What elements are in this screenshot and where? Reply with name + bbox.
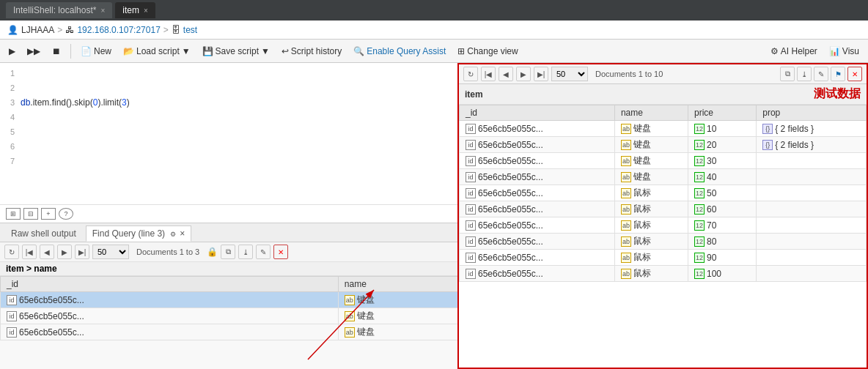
new-button[interactable]: 📄 New (76, 44, 116, 59)
page-size-select[interactable]: 50 100 (92, 245, 129, 259)
edit-button[interactable]: ✎ (256, 245, 271, 259)
stop-icon: ⏹ (52, 46, 61, 56)
rp-flag-button[interactable]: ⚑ (831, 67, 845, 81)
rp-col-header-name[interactable]: name (614, 105, 688, 121)
id-icon: id (466, 253, 476, 263)
icon-box-1[interactable]: ⊞ (6, 208, 21, 220)
stop-button[interactable]: ⏹ (48, 44, 65, 59)
rp-results-table: _id name price prop id65e6cb5e055c...ab键… (459, 105, 867, 282)
rp-last-page-button[interactable]: ▶| (534, 67, 548, 81)
num-icon: 12 (694, 188, 705, 198)
last-page-button[interactable]: ▶| (75, 245, 89, 259)
new-icon: 📄 (81, 46, 92, 56)
first-page-button[interactable]: |◀ (22, 245, 37, 259)
run-step-button[interactable]: ▶▶ (23, 44, 45, 59)
query-assist-label: Enable Query Assist (367, 46, 446, 56)
tab-raw-shell[interactable]: Raw shell output (4, 225, 83, 242)
rp-first-page-button[interactable]: |◀ (481, 67, 496, 81)
table-row[interactable]: id65e6cb5e055c...ab键盘1230 (460, 153, 867, 169)
id-icon: id (466, 140, 476, 150)
change-view-button[interactable]: ⊞ Change view (453, 44, 522, 59)
next-page-button[interactable]: ▶ (57, 245, 72, 259)
lock-icon: 🔒 (207, 247, 218, 257)
save-script-button[interactable]: 💾 Save script ▼ (198, 44, 274, 59)
id-icon: id (466, 236, 476, 247)
num-icon: 12 (694, 253, 705, 263)
user-icon: 👤 (7, 25, 18, 35)
breadcrumb-bar: 👤 LJHAAA > 🖧 192.168.0.107:27017 > 🗄 tes… (0, 20, 868, 40)
prev-page-button[interactable]: ◀ (40, 245, 54, 259)
main-content: 1 2 3 db.item.find().skip(0).limit(3) 4 … (0, 63, 868, 369)
table-row[interactable]: id65e6cb5e055c...ab键盘1240 (460, 169, 867, 185)
toolbar: ▶ ▶▶ ⏹ 📄 New 📂 Load script ▼ 💾 Save scri… (0, 40, 868, 63)
col-header-id[interactable]: _id (1, 277, 339, 292)
str-icon: ab (621, 220, 631, 231)
load-icon: 📂 (123, 46, 134, 56)
str-icon: ab (345, 295, 355, 305)
line-num-5: 5 (0, 127, 21, 136)
tab-find-query[interactable]: Find Query (line 3) ⚙ × (86, 225, 192, 242)
refresh-button[interactable]: ↻ (4, 245, 19, 259)
id-icon: id (466, 156, 476, 166)
ai-helper-button[interactable]: ⚙ AI Helper (766, 44, 822, 59)
table-row[interactable]: id65e6cb5e055c...ab鼠标1280 (460, 234, 867, 250)
rp-doc-count: Documents 1 to 10 (595, 70, 663, 78)
script-history-button[interactable]: ↩ Script history (277, 44, 346, 59)
str-icon: ab (621, 253, 631, 263)
table-row[interactable]: id65e6cb5e055c...ab鼠标1270 (460, 217, 867, 234)
line-content-3: db.item.find().skip(0).limit(3) (21, 97, 130, 108)
visu-button[interactable]: 📊 Visu (825, 44, 864, 59)
icon-box-2[interactable]: ⊟ (23, 208, 38, 220)
export-button[interactable]: ⤓ (238, 245, 253, 259)
table-row[interactable]: id65e6cb5e055c...ab鼠标1250 (460, 185, 867, 201)
ai-helper-icon: ⚙ (770, 46, 779, 56)
table-row[interactable]: id65e6cb5e055c...ab鼠标12100 (460, 266, 867, 282)
tab-item[interactable]: item × (115, 2, 155, 18)
rp-prev-page-button[interactable]: ◀ (499, 67, 513, 81)
id-icon: id (466, 269, 476, 279)
tab-item-close[interactable]: × (144, 7, 148, 15)
str-icon: ab (345, 311, 355, 321)
rp-results-area[interactable]: _id name price prop id65e6cb5e055c...ab键… (459, 105, 867, 368)
rp-col-header-id[interactable]: _id (460, 105, 615, 121)
tab-raw-shell-label: Raw shell output (11, 228, 76, 239)
rp-edit-button[interactable]: ✎ (814, 67, 828, 81)
rp-next-page-button[interactable]: ▶ (516, 67, 531, 81)
str-icon: ab (621, 204, 631, 215)
doc-count: Documents 1 to 3 (136, 247, 199, 256)
tab-intellishell[interactable]: IntelliShell: localhost* × (6, 2, 112, 18)
num-icon: 12 (694, 236, 705, 247)
rp-export-button[interactable]: ⤓ (797, 67, 812, 81)
test-data-label: 测试数据 (814, 86, 861, 102)
enable-query-assist-button[interactable]: 🔍 Enable Query Assist (349, 44, 450, 59)
table-row[interactable]: id65e6cb5e055c...ab键盘1220{}{ 2 fields } (460, 137, 867, 153)
tab-intellishell-close[interactable]: × (100, 7, 105, 15)
run-button[interactable]: ▶ (4, 44, 20, 59)
rp-copy-button[interactable]: ⧉ (780, 67, 795, 81)
id-icon: id (466, 204, 476, 215)
table-row[interactable]: id65e6cb5e055c...ab鼠标1290 (460, 250, 867, 266)
icon-box-3[interactable]: + (41, 208, 56, 220)
load-script-button[interactable]: 📂 Load script ▼ (119, 44, 195, 59)
icon-box-help[interactable]: ? (59, 208, 73, 220)
breadcrumb-sep1: > (57, 25, 62, 35)
str-icon: ab (345, 327, 355, 338)
tab-find-query-close[interactable]: × (180, 228, 185, 239)
rp-col-header-prop[interactable]: prop (757, 105, 867, 121)
delete-button[interactable]: ✕ (273, 245, 288, 259)
num-icon: 12 (694, 172, 705, 182)
rp-delete-button[interactable]: ✕ (847, 67, 862, 81)
rp-col-header-price[interactable]: price (688, 105, 757, 121)
right-panel-toolbar: ↻ |◀ ◀ ▶ ▶| 50 100 Documents 1 to 10 ⧉ ⤓… (459, 64, 867, 84)
tab-strip: IntelliShell: localhost* × item × (6, 2, 155, 18)
rp-refresh-button[interactable]: ↻ (463, 67, 478, 81)
ai-helper-label: AI Helper (781, 46, 817, 56)
toolbar-right: ⚙ AI Helper 📊 Visu (766, 44, 864, 59)
line-num-4: 4 (0, 113, 21, 122)
breadcrumb-sep2: > (163, 25, 169, 35)
rp-page-size-select[interactable]: 50 100 (551, 67, 588, 81)
copy-button[interactable]: ⧉ (221, 245, 235, 259)
table-row[interactable]: id65e6cb5e055c...ab鼠标1260 (460, 201, 867, 217)
str-icon: ab (621, 188, 631, 198)
table-row[interactable]: id65e6cb5e055c...ab键盘1210{}{ 2 fields } (460, 121, 867, 137)
